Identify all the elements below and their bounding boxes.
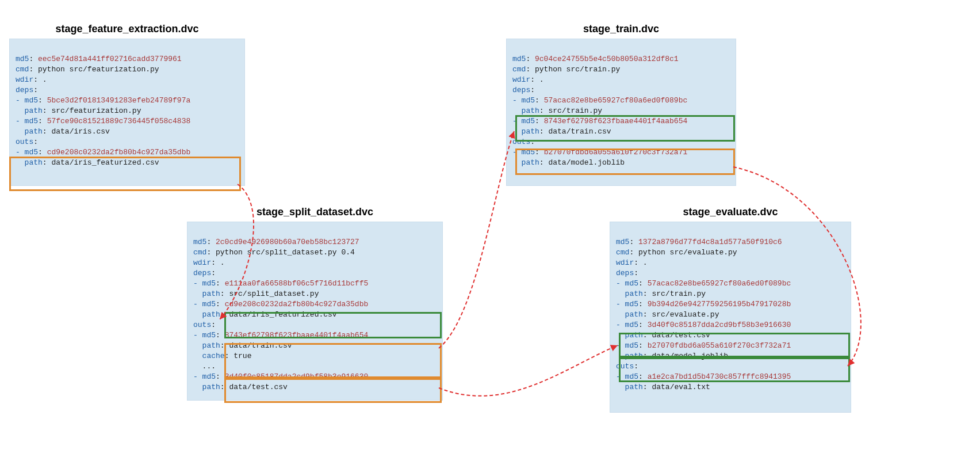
stage-feature-extraction: stage_feature_extraction.dvc md5: eec5e7… <box>9 23 245 186</box>
stage-title: stage_split_dataset.dvc <box>187 206 443 218</box>
stage-title: stage_feature_extraction.dvc <box>9 23 245 35</box>
stage-split-dataset: stage_split_dataset.dvc md5: 2c0cd9e4926… <box>187 206 443 401</box>
arrow-split-to-eval <box>439 345 618 396</box>
code-box: md5: 9c04ce24755b5e4c50b8050a312df8c1 cm… <box>506 39 736 186</box>
stage-evaluate: stage_evaluate.dvc md5: 1372a8796d77fd4c… <box>610 206 851 413</box>
code-box: md5: 2c0cd9e4926980b60a70eb58bc123727 cm… <box>187 222 443 401</box>
arrow-split-to-train <box>439 131 514 348</box>
stage-title: stage_train.dvc <box>506 23 736 35</box>
code-box: md5: eec5e74d81a441ff02716cadd3779961 cm… <box>9 39 245 186</box>
stage-train: stage_train.dvc md5: 9c04ce24755b5e4c50b… <box>506 23 736 186</box>
code-box: md5: 1372a8796d77fd4c8a1d577a50f910c6 cm… <box>610 222 851 413</box>
stage-title: stage_evaluate.dvc <box>610 206 851 218</box>
